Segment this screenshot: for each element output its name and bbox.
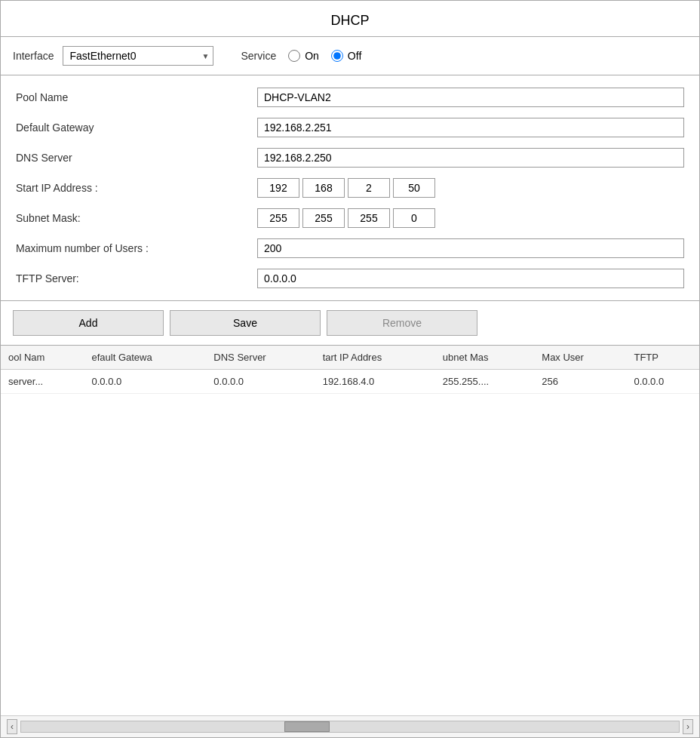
- tftp-server-row: TFTP Server:: [16, 269, 684, 288]
- form-section: Pool Name Default Gateway DNS Server Sta…: [1, 75, 699, 301]
- service-on-label[interactable]: On: [288, 50, 319, 62]
- subnet-oct1[interactable]: [257, 208, 299, 228]
- default-gateway-input[interactable]: [257, 118, 684, 137]
- subnet-oct4[interactable]: [393, 208, 435, 228]
- col-dns-server: DNS Server: [206, 346, 315, 370]
- col-default-gateway: efault Gatewa: [84, 346, 207, 370]
- cell-max-users: 256: [534, 370, 626, 394]
- service-label: Service: [241, 50, 276, 62]
- service-group: Service On Off: [241, 50, 361, 62]
- toolbar: Interface FastEthernet0 FastEthernet1 Gi…: [1, 37, 699, 75]
- subnet-mask-row: Subnet Mask:: [16, 208, 684, 228]
- cell-default-gateway: 0.0.0.0: [84, 370, 207, 394]
- default-gateway-label: Default Gateway: [16, 121, 257, 134]
- start-ip-label: Start IP Address :: [16, 182, 257, 194]
- dns-server-label: DNS Server: [16, 152, 257, 164]
- start-ip-row: Start IP Address :: [16, 178, 684, 198]
- service-off-label[interactable]: Off: [331, 50, 361, 62]
- dns-server-input[interactable]: [257, 148, 684, 168]
- scroll-right-arrow[interactable]: ›: [683, 719, 693, 734]
- scroll-thumb[interactable]: [284, 721, 330, 732]
- service-off-text: Off: [348, 50, 361, 62]
- dhcp-table: ool Nam efault Gatewa DNS Server tart IP…: [1, 346, 699, 394]
- pool-name-label: Pool Name: [16, 91, 257, 103]
- scroll-left-arrow[interactable]: ‹: [7, 719, 17, 734]
- add-button[interactable]: Add: [13, 310, 164, 336]
- page-title: DHCP: [1, 1, 699, 37]
- subnet-mask-group: [257, 208, 435, 228]
- cell-subnet-mask: 255.255....: [435, 370, 535, 394]
- horizontal-scrollbar: ‹ ›: [1, 715, 699, 737]
- table-wrapper[interactable]: ool Nam efault Gatewa DNS Server tart IP…: [1, 346, 699, 715]
- main-window: DHCP Interface FastEthernet0 FastEtherne…: [0, 0, 700, 738]
- col-tftp: TFTP: [626, 346, 699, 370]
- max-users-input[interactable]: [257, 238, 684, 258]
- table-header-row: ool Nam efault Gatewa DNS Server tart IP…: [1, 346, 699, 370]
- start-ip-oct3[interactable]: [348, 178, 390, 198]
- service-off-radio[interactable]: [331, 50, 343, 62]
- start-ip-oct1[interactable]: [257, 178, 299, 198]
- cell-tftp: 0.0.0.0: [626, 370, 699, 394]
- scroll-track[interactable]: [20, 721, 680, 733]
- interface-select-wrapper[interactable]: FastEthernet0 FastEthernet1 GigabitEther…: [63, 46, 213, 66]
- button-row: Add Save Remove: [1, 301, 699, 346]
- cell-start-ip: 192.168.4.0: [315, 370, 435, 394]
- remove-button[interactable]: Remove: [327, 310, 477, 336]
- interface-label: Interface: [13, 50, 54, 62]
- tftp-server-input[interactable]: [257, 269, 684, 288]
- cell-pool-name: server...: [1, 370, 84, 394]
- col-pool-name: ool Nam: [1, 346, 84, 370]
- save-button[interactable]: Save: [170, 310, 321, 336]
- pool-name-input[interactable]: [257, 88, 684, 107]
- subnet-oct2[interactable]: [302, 208, 345, 228]
- subnet-mask-label: Subnet Mask:: [16, 212, 257, 224]
- table-row[interactable]: server... 0.0.0.0 0.0.0.0 192.168.4.0 25…: [1, 370, 699, 394]
- service-on-text: On: [305, 50, 319, 62]
- pool-name-row: Pool Name: [16, 88, 684, 107]
- subnet-oct3[interactable]: [348, 208, 390, 228]
- max-users-label: Maximum number of Users :: [16, 242, 257, 254]
- table-section: ool Nam efault Gatewa DNS Server tart IP…: [1, 346, 699, 737]
- start-ip-oct2[interactable]: [302, 178, 345, 198]
- col-subnet-mask: ubnet Mas: [435, 346, 535, 370]
- col-start-ip: tart IP Addres: [315, 346, 435, 370]
- col-max-users: Max User: [534, 346, 626, 370]
- tftp-server-label: TFTP Server:: [16, 272, 257, 284]
- interface-select[interactable]: FastEthernet0 FastEthernet1 GigabitEther…: [63, 46, 213, 66]
- cell-dns-server: 0.0.0.0: [206, 370, 315, 394]
- start-ip-group: [257, 178, 435, 198]
- default-gateway-row: Default Gateway: [16, 118, 684, 137]
- start-ip-oct4[interactable]: [393, 178, 435, 198]
- service-on-radio[interactable]: [288, 50, 300, 62]
- dns-server-row: DNS Server: [16, 148, 684, 168]
- max-users-row: Maximum number of Users :: [16, 238, 684, 258]
